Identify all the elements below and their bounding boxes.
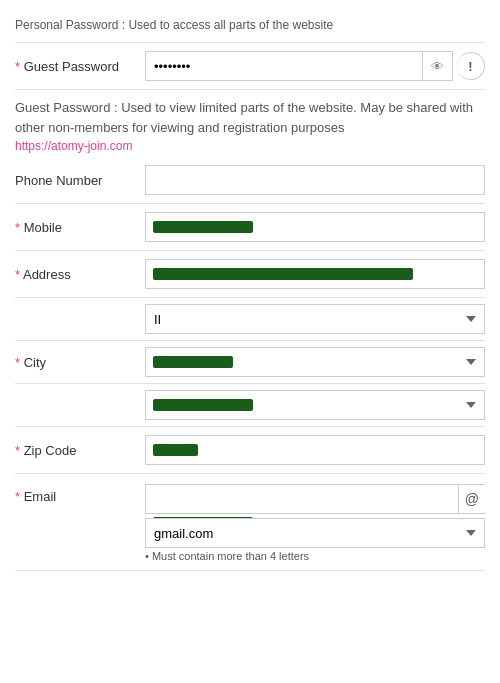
state-select[interactable]: II — [145, 304, 485, 334]
guest-password-field: 👁 ! — [145, 51, 485, 81]
email-domain-wrapper: gmail.com yahoo.com hotmail.com outlook.… — [145, 518, 485, 548]
email-label: Email — [15, 484, 145, 504]
city-field — [145, 347, 485, 377]
address-label: Address — [15, 267, 145, 282]
suburb-field — [145, 390, 485, 420]
email-field: @ gmail.com yahoo.com hotmail.com outloo… — [145, 484, 485, 562]
state-label-empty — [15, 304, 145, 334]
state-row: II — [15, 298, 485, 341]
mobile-field — [145, 212, 485, 242]
phone-number-input[interactable] — [145, 165, 485, 195]
phone-number-row: Phone Number — [15, 157, 485, 204]
zip-redacted — [153, 444, 198, 456]
guest-password-input[interactable] — [145, 51, 423, 81]
email-username-input[interactable] — [145, 484, 459, 514]
state-field: II — [145, 304, 485, 334]
email-at-symbol: @ — [459, 484, 485, 514]
mobile-redacted — [153, 221, 253, 233]
city-label: City — [15, 355, 145, 370]
phone-number-field — [145, 165, 485, 195]
email-domain-select[interactable]: gmail.com yahoo.com hotmail.com outlook.… — [145, 518, 485, 548]
zip-code-row: Zip Code — [15, 427, 485, 474]
zip-code-label: Zip Code — [15, 443, 145, 458]
password-warning-button[interactable]: ! — [457, 52, 485, 80]
suburb-row — [15, 384, 485, 427]
phone-number-label: Phone Number — [15, 173, 145, 188]
password-wrapper: 👁 ! — [145, 51, 485, 81]
guest-password-row: Guest Password 👁 ! — [15, 43, 485, 90]
city-row: City — [15, 341, 485, 384]
personal-password-note: Personal Password : Used to access all p… — [15, 10, 485, 43]
suburb-label-empty — [15, 390, 145, 420]
email-note: Must contain more than 4 letters — [145, 548, 485, 562]
mobile-row: Mobile — [15, 204, 485, 251]
suburb-redacted — [153, 399, 253, 411]
address-row: Address — [15, 251, 485, 298]
guest-note-text: Guest Password : Used to view limited pa… — [15, 100, 473, 135]
eye-icon: 👁 — [431, 59, 444, 74]
toggle-password-visibility-button[interactable]: 👁 — [423, 51, 453, 81]
guest-password-note: Guest Password : Used to view limited pa… — [15, 90, 485, 157]
email-wrapper: @ gmail.com yahoo.com hotmail.com outloo… — [145, 484, 485, 562]
city-redacted — [153, 356, 233, 368]
guest-password-label: Guest Password — [15, 59, 145, 74]
zip-code-field — [145, 435, 485, 465]
address-field — [145, 259, 485, 289]
guest-note-link: https://atomy-join.com — [15, 139, 132, 153]
email-row: Email @ gmail.com yahoo.com hotmail.com … — [15, 474, 485, 571]
address-redacted — [153, 268, 413, 280]
email-top: @ — [145, 484, 485, 514]
exclamation-icon: ! — [468, 59, 472, 74]
mobile-label: Mobile — [15, 220, 145, 235]
